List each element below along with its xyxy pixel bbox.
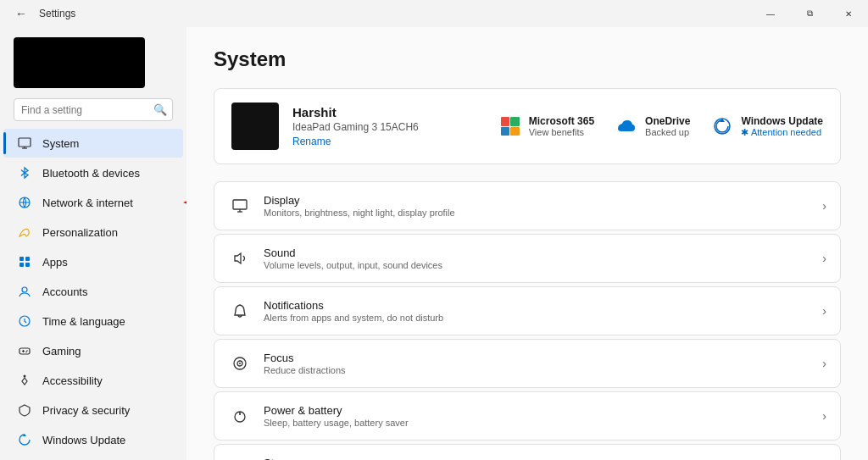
storage-icon (228, 457, 252, 460)
settings-item-notifications-name: Notifications (264, 299, 810, 312)
svg-point-6 (22, 287, 27, 292)
sidebar-item-apps[interactable]: Apps (3, 247, 183, 276)
profile-card: Harshit IdeaPad Gaming 3 15ACH6 Rename (214, 88, 841, 164)
settings-item-sound-text: Sound Volume levels, output, input, soun… (264, 247, 810, 270)
settings-item-notifications[interactable]: Notifications Alerts from apps and syste… (214, 286, 841, 335)
sidebar-header: 🔍 (0, 27, 186, 128)
avatar (14, 37, 145, 88)
search-box[interactable]: 🔍 (14, 98, 173, 121)
notifications-icon (228, 299, 252, 323)
main-content: System Harshit IdeaPad Gaming 3 15ACH6 R… (186, 27, 868, 460)
settings-item-storage-name: Storage (264, 457, 810, 460)
settings-item-power-text: Power & battery Sleep, battery usage, ba… (264, 404, 810, 428)
settings-item-sound[interactable]: Sound Volume levels, output, input, soun… (214, 234, 841, 283)
service-onedrive[interactable]: OneDrive Backed up (615, 114, 690, 138)
titlebar-controls: — ⧉ ✕ (751, 0, 868, 27)
chevron-right-icon: › (822, 304, 826, 318)
system-icon (17, 136, 32, 151)
titlebar-title: Settings (39, 8, 75, 19)
settings-item-storage[interactable]: Storage Storage space, drives, configura… (214, 444, 841, 460)
sidebar-item-accessibility-label: Accessibility (42, 374, 170, 387)
sidebar-item-network[interactable]: Network & internet (3, 188, 183, 217)
svg-rect-2 (19, 257, 24, 261)
titlebar-left: ← Settings (10, 5, 75, 22)
apps-icon (17, 254, 32, 269)
chevron-right-icon: › (822, 252, 826, 265)
minimize-button[interactable]: — (751, 0, 790, 27)
sidebar-item-windows-update-label: Windows Update (42, 434, 170, 446)
settings-item-display-name: Display (264, 194, 810, 207)
close-button[interactable]: ✕ (829, 0, 868, 27)
sidebar-item-windows-update[interactable]: Windows Update (3, 425, 183, 453)
bluetooth-icon (17, 165, 32, 180)
sidebar-item-time[interactable]: Time & language (3, 307, 183, 335)
svg-rect-0 (19, 138, 31, 147)
profile-info: Harshit IdeaPad Gaming 3 15ACH6 Rename (292, 105, 485, 148)
settings-item-power-name: Power & battery (264, 404, 810, 417)
profile-device: IdeaPad Gaming 3 15ACH6 (292, 121, 485, 133)
network-icon (17, 195, 32, 210)
search-input[interactable] (21, 104, 148, 116)
sidebar-item-bluetooth[interactable]: Bluetooth & devices (3, 158, 183, 187)
service-windows-update-status: ✱ Attention needed (741, 127, 823, 138)
svg-rect-13 (233, 200, 247, 209)
settings-item-focus-text: Focus Reduce distractions (264, 352, 810, 375)
profile-services: Microsoft 365 View benefits OneDrive Bac… (498, 114, 823, 138)
windows-update-service-icon (710, 114, 734, 138)
sidebar-item-privacy[interactable]: Privacy & security (3, 396, 183, 424)
privacy-icon (17, 402, 32, 418)
sidebar-item-gaming[interactable]: Gaming (3, 336, 183, 365)
settings-item-notifications-text: Notifications Alerts from apps and syste… (264, 299, 810, 323)
service-ms365-info: Microsoft 365 View benefits (529, 115, 594, 137)
sidebar-item-accounts[interactable]: Accounts (3, 277, 183, 306)
service-windows-update-name: Windows Update (741, 115, 823, 127)
app-container: 🔍 System Bluetooth & devices Networ (0, 27, 868, 460)
svg-rect-5 (25, 263, 30, 267)
service-windows-update[interactable]: Windows Update ✱ Attention needed (710, 114, 823, 138)
settings-item-sound-name: Sound (264, 247, 810, 259)
service-ms365-name: Microsoft 365 (529, 115, 594, 127)
personalization-icon (17, 224, 32, 240)
sidebar-item-time-label: Time & language (42, 315, 170, 328)
sound-icon (228, 247, 252, 270)
service-ms365[interactable]: Microsoft 365 View benefits (498, 114, 594, 138)
settings-item-display[interactable]: Display Monitors, brightness, night ligh… (214, 181, 841, 230)
service-onedrive-name: OneDrive (645, 115, 690, 127)
settings-item-power[interactable]: Power & battery Sleep, battery usage, ba… (214, 391, 841, 441)
chevron-right-icon: › (822, 409, 826, 423)
sidebar-item-system[interactable]: System (3, 129, 183, 158)
settings-item-power-desc: Sleep, battery usage, battery saver (264, 418, 810, 428)
restore-button[interactable]: ⧉ (790, 0, 829, 27)
svg-point-16 (239, 363, 241, 364)
svg-point-10 (25, 352, 27, 353)
onedrive-icon (615, 114, 638, 138)
sidebar: 🔍 System Bluetooth & devices Networ (0, 27, 186, 460)
chevron-right-icon: › (822, 199, 826, 213)
sidebar-item-privacy-label: Privacy & security (42, 404, 170, 417)
back-button[interactable]: ← (10, 5, 32, 22)
sidebar-item-system-label: System (42, 137, 170, 150)
sidebar-item-accounts-label: Accounts (42, 285, 170, 298)
svg-rect-4 (19, 263, 24, 267)
sidebar-item-personalization-label: Personalization (42, 226, 170, 239)
ms365-icon (498, 114, 522, 138)
settings-item-display-desc: Monitors, brightness, night light, displ… (264, 208, 810, 218)
sidebar-item-accessibility[interactable]: Accessibility (3, 366, 183, 395)
power-icon (228, 404, 252, 428)
settings-item-sound-desc: Volume levels, output, input, sound devi… (264, 260, 810, 270)
display-icon (228, 194, 252, 218)
settings-item-display-text: Display Monitors, brightness, night ligh… (264, 194, 810, 218)
settings-item-focus[interactable]: Focus Reduce distractions › (214, 339, 841, 388)
focus-icon (228, 352, 252, 375)
settings-item-focus-desc: Reduce distractions (264, 365, 810, 375)
profile-avatar (231, 103, 279, 150)
service-onedrive-status: Backed up (645, 127, 690, 137)
gaming-icon (17, 343, 32, 358)
service-ms365-status: View benefits (529, 127, 594, 137)
sidebar-item-personalization[interactable]: Personalization (3, 218, 183, 247)
titlebar: ← Settings — ⧉ ✕ (0, 0, 868, 27)
service-windows-update-info: Windows Update ✱ Attention needed (741, 115, 823, 138)
svg-rect-3 (25, 257, 30, 261)
rename-link[interactable]: Rename (292, 136, 331, 147)
sidebar-item-bluetooth-label: Bluetooth & devices (42, 167, 170, 180)
